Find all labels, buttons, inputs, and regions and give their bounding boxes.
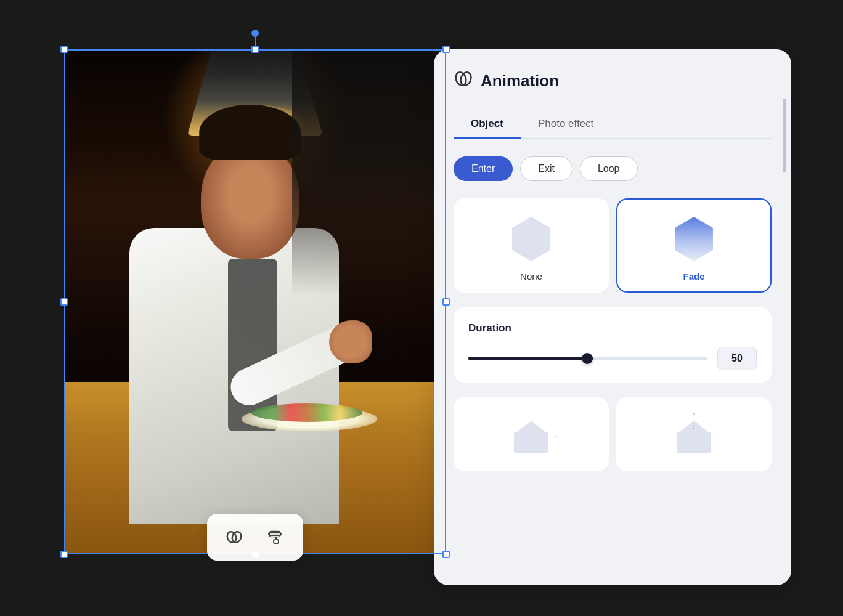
slider-row: 50 xyxy=(468,347,757,370)
handle-mid-left[interactable] xyxy=(60,298,68,306)
paint-toolbar-button[interactable] xyxy=(261,522,291,552)
photo-toolbar xyxy=(207,514,303,561)
rise-anim-icon: ↑ ··· xyxy=(669,412,719,461)
animation-panel: Animation Object Photo effect Enter Exit… xyxy=(434,49,791,585)
duration-section: Duration 50 xyxy=(454,307,772,383)
animation-toolbar-button[interactable] xyxy=(219,522,249,552)
handle-top-right[interactable] xyxy=(442,46,450,53)
handle-top-mid[interactable] xyxy=(251,46,259,53)
duration-value[interactable]: 50 xyxy=(717,347,757,370)
handle-mid-right[interactable] xyxy=(442,298,450,306)
tab-photo-effect[interactable]: Photo effect xyxy=(521,110,611,139)
anim-option-none[interactable]: None xyxy=(454,198,609,293)
panel-title: Animation xyxy=(481,71,559,91)
loop-button[interactable]: Loop xyxy=(580,156,638,181)
bottom-anim-row: ··· → xyxy=(454,397,772,471)
panel-header: Animation xyxy=(454,69,772,93)
duration-label: Duration xyxy=(468,322,757,334)
tabs-row: Object Photo effect xyxy=(454,110,772,139)
handle-bot-right[interactable] xyxy=(442,551,450,558)
photo-image[interactable] xyxy=(64,49,446,554)
slide-animation-card[interactable]: ··· → xyxy=(454,397,609,471)
slide-anim-icon: ··· → xyxy=(507,412,556,461)
animation-type-row: Enter Exit Loop xyxy=(454,156,772,181)
handle-bot-left[interactable] xyxy=(60,551,68,558)
exit-button[interactable]: Exit xyxy=(520,156,572,181)
svg-rect-6 xyxy=(274,540,279,543)
none-label: None xyxy=(520,271,542,282)
tab-object[interactable]: Object xyxy=(454,110,521,139)
fade-label: Fade xyxy=(683,271,704,282)
none-icon xyxy=(507,214,556,264)
duration-slider-thumb[interactable] xyxy=(582,353,593,364)
animation-panel-icon xyxy=(454,69,473,93)
rise-animation-card[interactable]: ↑ ··· xyxy=(616,397,772,471)
duration-slider-fill xyxy=(468,357,593,360)
anim-option-fade[interactable]: Fade xyxy=(616,198,772,293)
duration-slider-track[interactable] xyxy=(468,357,707,360)
rotate-handle[interactable] xyxy=(251,30,259,37)
panel-scrollbar[interactable] xyxy=(783,99,786,172)
animation-options-grid: None Fade xyxy=(454,198,772,293)
handle-top-left[interactable] xyxy=(60,46,68,53)
photo-container xyxy=(64,49,446,554)
main-scene: Animation Object Photo effect Enter Exit… xyxy=(52,31,791,585)
fade-icon xyxy=(669,214,719,264)
enter-button[interactable]: Enter xyxy=(454,156,513,181)
